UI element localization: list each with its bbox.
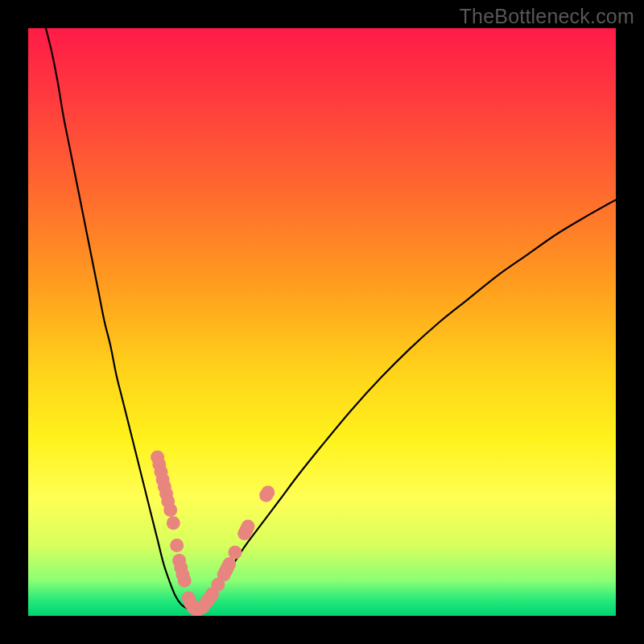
data-marker — [242, 520, 255, 534]
chart-frame: TheBottleneck.com — [0, 0, 644, 644]
data-marker — [222, 557, 236, 571]
data-marker — [163, 503, 177, 517]
gradient-background — [28, 28, 616, 616]
watermark-text: TheBottleneck.com — [460, 5, 634, 28]
data-marker — [170, 539, 184, 552]
plot-area — [28, 28, 616, 616]
data-marker — [261, 485, 275, 499]
chart-svg — [28, 28, 616, 616]
data-marker — [167, 516, 180, 530]
data-marker — [178, 574, 192, 588]
data-marker — [228, 546, 242, 559]
